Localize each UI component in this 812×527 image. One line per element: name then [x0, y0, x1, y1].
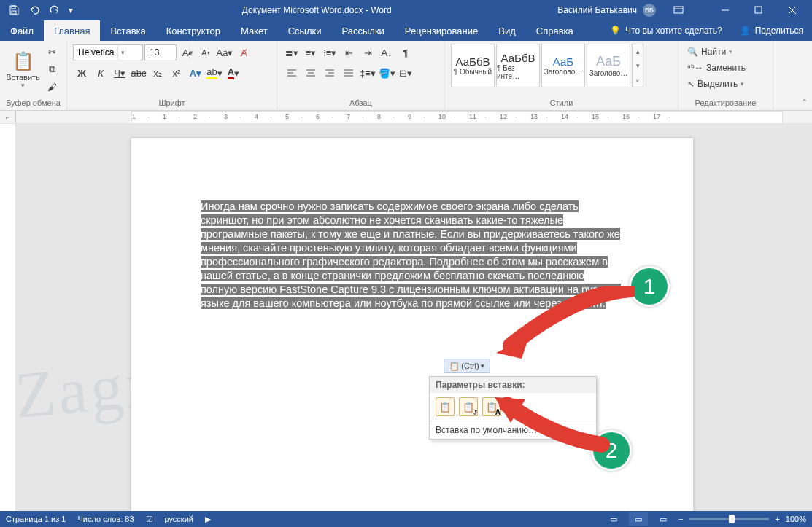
view-web-layout-icon[interactable]: ▭ [654, 512, 673, 526]
styles-scroll[interactable]: ▴▾⌄ [632, 44, 643, 87]
cut-icon[interactable]: ✂ [43, 44, 61, 60]
font-size-combo[interactable]: 13▾ [144, 44, 177, 60]
tab-help[interactable]: Справка [526, 20, 584, 41]
paste-label: Вставить [6, 73, 40, 82]
style-heading1[interactable]: АаБЗаголово… [541, 44, 585, 87]
style-no-spacing[interactable]: АаБбВ¶ Без инте… [496, 44, 540, 87]
clear-formatting-icon[interactable]: A̸ [235, 44, 252, 60]
user-avatar[interactable]: ВБ [643, 4, 656, 17]
group-label-styles: Стили [451, 97, 672, 109]
align-right-icon[interactable] [321, 65, 339, 81]
title-bar: ▾ Документ Microsoft Word.docx - Word Ва… [0, 0, 812, 20]
window-title: Документ Microsoft Word.docx - Word [76, 5, 557, 15]
decrease-indent-icon[interactable]: ⇤ [340, 44, 357, 60]
tab-layout[interactable]: Макет [231, 20, 278, 41]
underline-button[interactable]: Ч▾ [111, 65, 128, 81]
status-page[interactable]: Страница 1 из 1 [6, 515, 66, 523]
text-effects-icon[interactable]: A▾ [187, 65, 204, 81]
tab-design[interactable]: Конструктор [156, 20, 231, 41]
format-painter-icon[interactable]: 🖌 [43, 79, 61, 95]
tab-references[interactable]: Ссылки [278, 20, 332, 41]
justify-icon[interactable] [340, 65, 357, 81]
view-read-mode-icon[interactable]: ▭ [604, 512, 623, 526]
qat-more-icon[interactable]: ▾ [66, 1, 76, 19]
borders-icon[interactable]: ⊞▾ [397, 65, 414, 81]
style-heading2[interactable]: АаБЗаголово… [587, 44, 630, 87]
numbering-icon[interactable]: ≡▾ [302, 44, 320, 60]
align-center-icon[interactable] [302, 65, 320, 81]
show-marks-icon[interactable]: ¶ [397, 44, 414, 60]
increase-indent-icon[interactable]: ⇥ [359, 44, 376, 60]
multilevel-list-icon[interactable]: ⁝≡▾ [321, 44, 339, 60]
tab-mailings[interactable]: Рассылки [331, 20, 394, 41]
group-label-paragraph: Абзац [283, 97, 438, 109]
styles-gallery[interactable]: АаБбВ¶ Обычный АаБбВ¶ Без инте… АаБЗагол… [451, 44, 643, 87]
annotation-arrow-2 [482, 394, 613, 459]
user-name[interactable]: Василий Батькавич [557, 5, 637, 15]
zoom-level[interactable]: 100% [786, 515, 806, 523]
shrink-font-icon[interactable]: A▾ [197, 44, 214, 60]
close-button[interactable] [776, 0, 809, 20]
tell-me-search[interactable]: 💡 Что вы хотите сделать? [601, 20, 731, 41]
share-label: Поделиться [755, 26, 803, 36]
status-language[interactable]: русский [165, 515, 193, 523]
tab-view[interactable]: Вид [488, 20, 526, 41]
save-icon[interactable] [4, 1, 23, 19]
replace-button[interactable]: ᵃᵇ↔Заменить [684, 60, 767, 76]
status-bar: Страница 1 из 1 Число слов: 83 ☑ русский… [0, 511, 812, 527]
zoom-out-button[interactable]: − [678, 515, 683, 523]
svg-rect-0 [12, 6, 15, 9]
ribbon-tabs: Файл Главная Вставка Конструктор Макет С… [0, 20, 812, 41]
shading-icon[interactable]: 🪣▾ [378, 65, 395, 81]
collapse-ribbon-icon[interactable]: ⌃ [801, 98, 808, 107]
font-color-icon[interactable]: A▾ [225, 65, 242, 81]
undo-icon[interactable] [25, 1, 44, 19]
find-button[interactable]: 🔍Найти▾ [684, 44, 767, 60]
grow-font-icon[interactable]: A▴ [178, 44, 196, 60]
lightbulb-icon: 💡 [610, 26, 621, 36]
paste-keep-source-icon[interactable]: 📋 [436, 397, 455, 416]
minimize-button[interactable] [708, 0, 742, 20]
line-spacing-icon[interactable]: ‡≡▾ [359, 65, 376, 81]
status-macro-icon[interactable]: ▶ [205, 515, 211, 524]
font-name-combo[interactable]: Helvetica▾ [73, 44, 143, 60]
paste-button[interactable]: 📋 Вставить ▾ [6, 44, 40, 95]
style-normal[interactable]: АаБбВ¶ Обычный [451, 44, 495, 87]
paste-options-tag[interactable]: 📋 (Ctrl)▾ [444, 359, 490, 373]
tab-insert[interactable]: Вставка [100, 20, 155, 41]
copy-icon[interactable]: ⧉ [43, 61, 61, 77]
select-button[interactable]: ↖Выделить▾ [684, 76, 767, 92]
italic-button[interactable]: К [92, 65, 109, 81]
bold-button[interactable]: Ж [73, 65, 90, 81]
bullets-icon[interactable]: ≣▾ [283, 44, 301, 60]
group-editing: 🔍Найти▾ ᵃᵇ↔Заменить ↖Выделить▾ Редактиро… [678, 41, 773, 110]
zoom-slider[interactable] [689, 518, 769, 520]
ribbon-display-options-icon[interactable] [662, 0, 695, 20]
zoom-in-button[interactable]: + [775, 515, 779, 523]
status-proofing-icon[interactable]: ☑ [146, 515, 153, 524]
align-left-icon[interactable] [283, 65, 301, 81]
replace-icon: ᵃᵇ↔ [687, 63, 703, 73]
tab-home[interactable]: Главная [44, 20, 100, 41]
redo-icon[interactable] [45, 1, 64, 19]
share-button[interactable]: 👤 Поделиться [731, 20, 812, 41]
group-styles: АаБбВ¶ Обычный АаБбВ¶ Без инте… АаБЗагол… [445, 41, 678, 110]
superscript-button[interactable]: x² [168, 65, 185, 81]
group-label-editing: Редактирование [684, 97, 767, 109]
strikethrough-button[interactable]: abc [130, 65, 147, 81]
sort-icon[interactable]: A↓ [378, 44, 395, 60]
change-case-icon[interactable]: Aa▾ [216, 44, 233, 60]
horizontal-ruler[interactable]: ⌐ 1·1·2·3·4·5·6·7·8·9·10·11·12·13·14·15·… [0, 111, 812, 124]
vertical-ruler[interactable] [0, 124, 16, 511]
tab-file[interactable]: Файл [0, 20, 44, 41]
maximize-button[interactable] [742, 0, 776, 20]
view-print-layout-icon[interactable]: ▭ [629, 512, 648, 526]
subscript-button[interactable]: x₂ [149, 65, 166, 81]
status-word-count[interactable]: Число слов: 83 [77, 515, 134, 523]
title-right: Василий Батькавич ВБ [557, 0, 812, 20]
paste-merge-formatting-icon[interactable]: 📋↺ [459, 397, 478, 416]
highlight-color-icon[interactable]: ab▾ [206, 65, 223, 81]
share-icon: 👤 [740, 26, 751, 36]
group-clipboard: 📋 Вставить ▾ ✂ ⧉ 🖌 Буфер обмена [0, 41, 67, 110]
tab-review[interactable]: Рецензирование [395, 20, 488, 41]
